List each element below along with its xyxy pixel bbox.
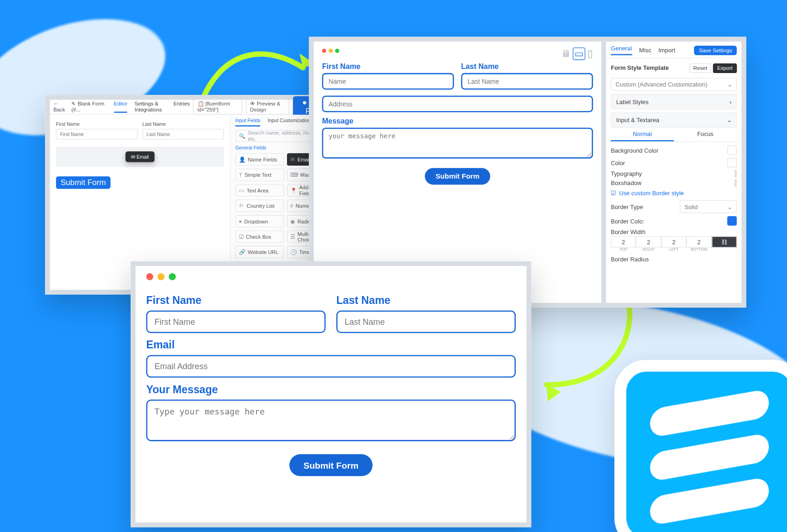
shortcode-pill[interactable]: 📋 [fluentform id="259"] <box>194 99 243 114</box>
arrow-icon <box>199 29 318 100</box>
field-chip-simple-text[interactable]: TSimple Text <box>236 169 284 181</box>
device-switcher[interactable]: 🖥 ▭ ▯ <box>561 48 593 60</box>
bg-color-label: Background Color <box>611 147 659 154</box>
email-input[interactable] <box>146 355 516 378</box>
field-chip-name-fields[interactable]: 👤Name Fields <box>236 153 284 166</box>
last-name-label: Last Name <box>337 295 516 307</box>
field-icon: 🏳 <box>239 203 244 209</box>
tab-misc[interactable]: Misc <box>639 47 651 53</box>
field-icon: ◉ <box>290 218 295 224</box>
first-name-label: First Name <box>322 62 454 71</box>
border-color-swatch[interactable] <box>727 216 737 226</box>
template-select[interactable]: Custom (Advanced Customization)⌄ <box>611 78 737 91</box>
first-name-input[interactable] <box>146 310 326 333</box>
message-textarea[interactable] <box>146 400 516 441</box>
field-chip-country-list[interactable]: 🏳Country List <box>236 199 284 212</box>
field-chip-check-box[interactable]: ☑Check Box <box>236 230 284 243</box>
border-color-label: Border Colo: <box>611 217 644 224</box>
chevron-right-icon: › <box>730 98 731 105</box>
accordion-input-textarea[interactable]: Input & Textarea⌄ <box>611 112 737 128</box>
accordion-label-styles[interactable]: Label Styles› <box>611 94 737 109</box>
message-label: Message <box>322 117 593 125</box>
message-label: Your Message <box>146 384 516 396</box>
back-button[interactable]: ← Back <box>54 101 68 113</box>
tab-editor[interactable]: Editor <box>114 101 128 113</box>
window-controls <box>146 273 516 280</box>
custom-border-checkbox[interactable]: ☑ Use custom Border style <box>611 190 737 197</box>
chevron-down-icon: ⌄ <box>727 81 732 87</box>
field-chip-dropdown[interactable]: ▾Dropdown <box>236 215 284 228</box>
tab-general[interactable]: General <box>611 45 632 56</box>
link-sides-icon[interactable]: ⛓ <box>712 236 737 247</box>
subtab-normal[interactable]: Normal <box>611 130 674 141</box>
drop-zone[interactable]: ✉ Email <box>56 147 224 167</box>
preview-button[interactable]: 👁 Preview & Design <box>246 99 289 114</box>
chevron-down-icon: ⌄ <box>727 117 731 123</box>
field-icon: ⌨ <box>290 172 298 178</box>
field-chip-website-url[interactable]: 🔗Website URL <box>236 246 284 258</box>
first-name-label: First Name <box>146 295 326 307</box>
border-radius-label: Border Radius <box>611 256 737 262</box>
window-controls <box>322 49 339 53</box>
border-width-label: Border Width <box>611 229 737 235</box>
first-name-label: First Name <box>56 122 137 127</box>
save-settings-button[interactable]: Save Settings <box>694 45 737 55</box>
tab-entries[interactable]: Entries <box>174 101 190 113</box>
color-label: Color <box>611 160 625 166</box>
field-icon: ▾ <box>239 218 242 224</box>
final-form-panel: First Name Last Name Email Your Message … <box>131 261 531 527</box>
tab-settings[interactable]: Settings & Integrations <box>135 101 167 113</box>
tab-import[interactable]: Import <box>659 47 675 53</box>
first-name-input[interactable] <box>56 129 137 140</box>
field-icon: 🔗 <box>239 249 245 255</box>
last-name-input[interactable] <box>143 129 224 140</box>
field-icon: ✉ <box>290 156 295 162</box>
email-input[interactable] <box>322 96 593 112</box>
breadcrumb[interactable]: ✎ Blank Form (#... <box>72 101 106 113</box>
last-name-input[interactable] <box>337 310 516 333</box>
field-chip-text-area[interactable]: ▭Text Area <box>236 184 284 197</box>
field-icon: 🕒 <box>290 249 297 255</box>
last-name-label: Last Name <box>143 122 224 127</box>
style-template-title: Form Style Template <box>611 65 669 71</box>
field-icon: # <box>290 203 293 209</box>
tab-input-customization[interactable]: Input Customization <box>268 118 311 126</box>
email-label: Email <box>146 339 516 352</box>
export-button[interactable]: Export <box>713 63 737 73</box>
typography-label: Typography <box>611 170 642 177</box>
color-picker-icon[interactable] <box>727 158 737 167</box>
field-icon: ☑ <box>239 234 244 240</box>
field-icon: ▭ <box>239 187 244 193</box>
field-icon: 📍 <box>290 187 297 193</box>
field-icon: T <box>239 172 242 178</box>
reset-icon[interactable] <box>736 179 737 187</box>
message-textarea[interactable] <box>322 128 593 159</box>
submit-button[interactable]: Submit Form <box>56 176 111 189</box>
boxshadow-label: Boxshadow <box>611 180 642 186</box>
field-icon: ☰ <box>290 234 295 240</box>
tab-input-fields[interactable]: Input Fields <box>236 118 261 126</box>
border-width-controls[interactable]: 2TOP 2RIGHT 2LEFT 2BOTTOM ⛓ <box>611 236 737 247</box>
first-name-input[interactable] <box>322 73 454 90</box>
reset-icon[interactable] <box>736 170 737 178</box>
submit-button[interactable]: Submit Form <box>425 168 490 185</box>
submit-button[interactable]: Submit Form <box>289 454 373 476</box>
fluent-logo <box>614 360 787 532</box>
border-type-label: Border Type <box>611 204 643 210</box>
color-picker-icon[interactable] <box>727 145 737 155</box>
dragging-field-email[interactable]: ✉ Email <box>125 151 155 162</box>
field-icon: 👤 <box>239 156 245 162</box>
border-type-select[interactable]: Solid⌄ <box>680 200 737 213</box>
subtab-focus[interactable]: Focus <box>674 130 737 141</box>
last-name-input[interactable] <box>461 73 593 90</box>
reset-button[interactable]: Reset <box>689 63 712 73</box>
last-name-label: Last Name <box>461 62 593 71</box>
